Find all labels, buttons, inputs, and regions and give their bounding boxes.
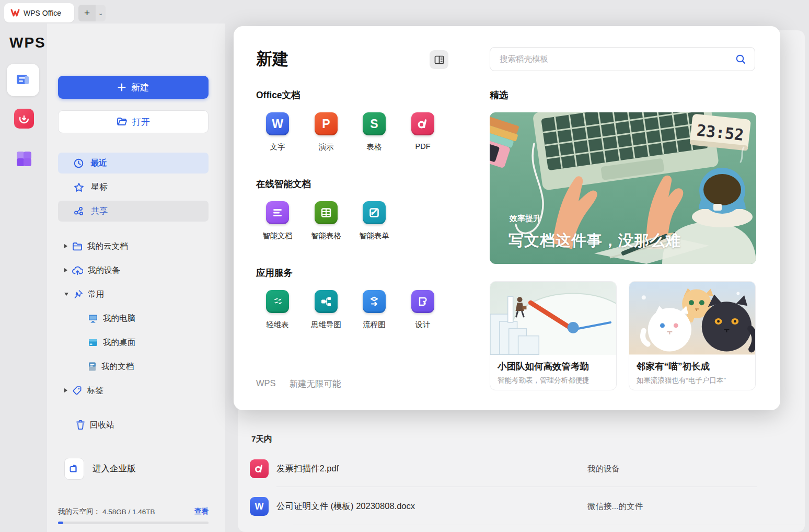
open-button-label: 打开 — [132, 116, 150, 128]
open-file-button[interactable]: 打开 — [58, 110, 209, 133]
new-design-tile[interactable]: 设计 — [400, 290, 446, 330]
tile-label: 智能文档 — [262, 231, 293, 241]
new-airtable-tile[interactable]: 轻维表 — [255, 290, 301, 330]
app-window: WPS Office + ⌄ WPS Office 新建 打开 最近 星标 — [0, 0, 809, 532]
file-row[interactable]: 发票扫描件2.pdf 我的设备 — [250, 459, 801, 478]
window-tab[interactable]: WPS Office — [4, 3, 74, 22]
pdf-file-icon — [250, 459, 269, 478]
mindmap-icon — [315, 290, 338, 313]
tile-label: 轻维表 — [266, 320, 289, 330]
flowchart-icon — [363, 290, 386, 313]
enterprise-icon — [64, 458, 84, 480]
wps-spreadsheet-icon: S — [363, 112, 386, 135]
wps-writer-icon: W — [266, 112, 289, 135]
caret-collapsed-icon[interactable] — [64, 244, 67, 248]
tree-item-label: 标签 — [87, 385, 103, 396]
tag-icon — [72, 386, 83, 396]
card-title: 邻家有“喵”初长成 — [637, 360, 748, 373]
new-flowchart-tile[interactable]: 流程图 — [351, 290, 397, 330]
new-spreadsheet-tile[interactable]: S 表格 — [351, 112, 397, 152]
tree-item-label: 我的电脑 — [103, 313, 135, 324]
tree-item-label: 我的桌面 — [103, 337, 135, 348]
caret-collapsed-icon[interactable] — [64, 388, 67, 392]
new-mindmap-tile[interactable]: 思维导图 — [303, 290, 349, 330]
sidebar-item-label: 回收站 — [90, 420, 114, 431]
tree-item-label: 我的云文档 — [87, 241, 128, 252]
tree-item-label: 常用 — [88, 289, 104, 300]
wps-presentation-icon: P — [315, 112, 338, 135]
search-icon[interactable] — [735, 54, 746, 65]
storage-view-link[interactable]: 查看 — [194, 507, 209, 516]
tree-item-tags[interactable]: 标签 — [64, 383, 103, 398]
new-tab-button[interactable]: + — [78, 5, 96, 21]
plus-icon — [118, 83, 126, 91]
smart-form-icon — [363, 201, 386, 224]
computer-icon — [88, 314, 98, 323]
clock-icon — [74, 158, 84, 168]
new-smart-form-tile[interactable]: 智能表单 — [351, 201, 397, 241]
storage-progress-bar — [58, 522, 209, 524]
template-search-input[interactable] — [499, 54, 735, 64]
tile-label: 智能表单 — [359, 231, 389, 241]
tree-item-frequent[interactable]: 常用 — [64, 286, 104, 302]
cats-card-illustration — [629, 282, 755, 355]
sidebar-item-shared[interactable]: 共享 — [58, 201, 209, 222]
footer-brand: WPS — [256, 378, 276, 390]
dialog-footer: WPS 新建无限可能 — [256, 378, 341, 390]
sidebar-item-starred[interactable]: 星标 — [58, 177, 209, 198]
doc-file-icon: W — [250, 497, 269, 516]
tree-item-my-devices[interactable]: 我的设备 — [64, 262, 120, 278]
wps-logo-icon — [10, 9, 20, 17]
banner-title: 写文档这件事，没那么难 — [508, 230, 681, 251]
featured-banner[interactable]: 23:52 效率提升 写文档这件事，没那么难 — [490, 112, 756, 264]
tree-item-label: 我的文档 — [101, 361, 134, 372]
tree-item-my-desktop[interactable]: 我的桌面 — [88, 334, 135, 350]
enterprise-entry[interactable]: 进入企业版 — [64, 458, 136, 480]
new-button-label: 新建 — [131, 82, 149, 94]
tree-item-my-computer[interactable]: 我的电脑 — [88, 310, 135, 326]
attendance-card-illustration — [490, 282, 616, 355]
file-row[interactable]: W 公司证明文件 (模板) 20230808.docx 微信接...的文件 — [250, 497, 801, 516]
cloud-storage-status: 我的云空间： 4.58GB / 1.46TB 查看 — [58, 507, 209, 516]
rail-item-apps[interactable] — [14, 149, 34, 169]
tab-title: WPS Office — [24, 9, 61, 17]
tile-label: 思维导图 — [311, 320, 341, 330]
documents-icon — [14, 71, 32, 89]
row-divider — [276, 487, 757, 487]
tab-list-dropdown[interactable]: ⌄ — [96, 5, 106, 21]
new-document-button[interactable]: 新建 — [58, 76, 209, 99]
caret-collapsed-icon[interactable] — [64, 268, 67, 272]
sidebar-item-label: 星标 — [91, 182, 108, 193]
template-search-box[interactable] — [490, 47, 755, 71]
featured-card-cats[interactable]: 邻家有“喵”初长成 如果流浪猫也有“电子户口本” — [629, 281, 756, 390]
layout-toggle-button[interactable] — [430, 50, 448, 69]
new-smart-doc-tile[interactable]: 智能文档 — [255, 201, 301, 241]
file-name: 公司证明文件 (模板) 20230808.docx — [276, 501, 415, 512]
rail-item-docs[interactable] — [7, 64, 39, 96]
featured-card-attendance[interactable]: 小团队如何高效管考勤 智能考勤表，管理分析都便捷 — [490, 281, 617, 390]
new-presentation-tile[interactable]: P 演示 — [303, 112, 349, 152]
tile-label: PDF — [415, 142, 431, 151]
banner-tag: 效率提升 — [510, 214, 541, 224]
new-pdf-tile[interactable]: PDF — [400, 112, 446, 151]
tile-label: 文字 — [270, 142, 285, 152]
design-icon — [411, 290, 434, 313]
tree-item-my-documents[interactable]: 我的文档 — [88, 358, 134, 374]
storage-usage: 4.58GB / 1.46TB — [102, 508, 155, 516]
document-icon — [88, 362, 97, 372]
trash-icon — [76, 420, 85, 430]
smart-doc-icon — [266, 201, 289, 224]
share-icon — [74, 206, 84, 216]
row-divider — [293, 525, 805, 525]
smart-sheet-icon — [315, 201, 338, 224]
tree-item-cloud-docs[interactable]: 我的云文档 — [64, 238, 128, 254]
storage-label: 我的云空间： — [58, 507, 100, 516]
caret-expanded-icon[interactable] — [64, 293, 68, 296]
sidebar-item-trash[interactable]: 回收站 — [76, 417, 114, 433]
sidebar-item-recent[interactable]: 最近 — [58, 153, 209, 174]
tile-label: 流程图 — [363, 320, 386, 330]
new-smart-sheet-tile[interactable]: 智能表格 — [303, 201, 349, 241]
cloud-upload-icon — [72, 266, 83, 275]
new-writer-tile[interactable]: W 文字 — [255, 112, 301, 152]
rail-item-downloads[interactable] — [14, 109, 34, 129]
